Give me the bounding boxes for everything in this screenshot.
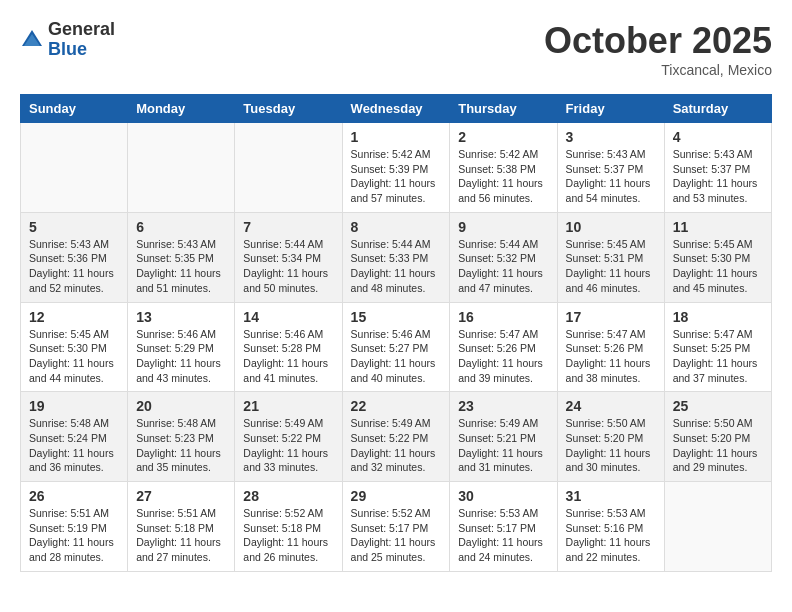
day-info: Sunrise: 5:43 AM Sunset: 5:36 PM Dayligh…	[29, 237, 119, 296]
day-number: 31	[566, 488, 656, 504]
calendar-day-cell: 29Sunrise: 5:52 AM Sunset: 5:17 PM Dayli…	[342, 482, 450, 572]
page-header: General Blue October 2025 Tixcancal, Mex…	[20, 20, 772, 78]
calendar-day-cell: 27Sunrise: 5:51 AM Sunset: 5:18 PM Dayli…	[128, 482, 235, 572]
day-info: Sunrise: 5:42 AM Sunset: 5:39 PM Dayligh…	[351, 147, 442, 206]
calendar-week-row: 19Sunrise: 5:48 AM Sunset: 5:24 PM Dayli…	[21, 392, 772, 482]
location: Tixcancal, Mexico	[544, 62, 772, 78]
calendar-day-cell: 24Sunrise: 5:50 AM Sunset: 5:20 PM Dayli…	[557, 392, 664, 482]
weekday-header-row: SundayMondayTuesdayWednesdayThursdayFrid…	[21, 95, 772, 123]
day-info: Sunrise: 5:44 AM Sunset: 5:34 PM Dayligh…	[243, 237, 333, 296]
weekday-header-thursday: Thursday	[450, 95, 557, 123]
day-number: 6	[136, 219, 226, 235]
day-number: 9	[458, 219, 548, 235]
day-info: Sunrise: 5:44 AM Sunset: 5:33 PM Dayligh…	[351, 237, 442, 296]
weekday-header-sunday: Sunday	[21, 95, 128, 123]
calendar-day-cell: 7Sunrise: 5:44 AM Sunset: 5:34 PM Daylig…	[235, 212, 342, 302]
day-number: 5	[29, 219, 119, 235]
day-info: Sunrise: 5:49 AM Sunset: 5:22 PM Dayligh…	[351, 416, 442, 475]
weekday-header-friday: Friday	[557, 95, 664, 123]
day-info: Sunrise: 5:45 AM Sunset: 5:31 PM Dayligh…	[566, 237, 656, 296]
day-info: Sunrise: 5:45 AM Sunset: 5:30 PM Dayligh…	[673, 237, 763, 296]
calendar-day-cell: 26Sunrise: 5:51 AM Sunset: 5:19 PM Dayli…	[21, 482, 128, 572]
calendar-day-cell: 15Sunrise: 5:46 AM Sunset: 5:27 PM Dayli…	[342, 302, 450, 392]
logo-icon	[20, 28, 44, 52]
calendar-day-cell: 14Sunrise: 5:46 AM Sunset: 5:28 PM Dayli…	[235, 302, 342, 392]
calendar-day-cell: 19Sunrise: 5:48 AM Sunset: 5:24 PM Dayli…	[21, 392, 128, 482]
day-info: Sunrise: 5:49 AM Sunset: 5:21 PM Dayligh…	[458, 416, 548, 475]
day-number: 21	[243, 398, 333, 414]
day-number: 7	[243, 219, 333, 235]
day-number: 24	[566, 398, 656, 414]
day-number: 8	[351, 219, 442, 235]
day-number: 25	[673, 398, 763, 414]
month-title: October 2025	[544, 20, 772, 62]
calendar-day-cell: 23Sunrise: 5:49 AM Sunset: 5:21 PM Dayli…	[450, 392, 557, 482]
weekday-header-monday: Monday	[128, 95, 235, 123]
day-number: 3	[566, 129, 656, 145]
logo: General Blue	[20, 20, 115, 60]
calendar-day-cell: 30Sunrise: 5:53 AM Sunset: 5:17 PM Dayli…	[450, 482, 557, 572]
calendar-day-cell	[664, 482, 771, 572]
day-info: Sunrise: 5:52 AM Sunset: 5:18 PM Dayligh…	[243, 506, 333, 565]
day-info: Sunrise: 5:46 AM Sunset: 5:29 PM Dayligh…	[136, 327, 226, 386]
day-info: Sunrise: 5:46 AM Sunset: 5:28 PM Dayligh…	[243, 327, 333, 386]
calendar-day-cell: 8Sunrise: 5:44 AM Sunset: 5:33 PM Daylig…	[342, 212, 450, 302]
day-info: Sunrise: 5:43 AM Sunset: 5:37 PM Dayligh…	[673, 147, 763, 206]
day-info: Sunrise: 5:43 AM Sunset: 5:37 PM Dayligh…	[566, 147, 656, 206]
day-number: 19	[29, 398, 119, 414]
day-number: 1	[351, 129, 442, 145]
calendar-day-cell: 31Sunrise: 5:53 AM Sunset: 5:16 PM Dayli…	[557, 482, 664, 572]
calendar-day-cell: 12Sunrise: 5:45 AM Sunset: 5:30 PM Dayli…	[21, 302, 128, 392]
calendar-day-cell: 2Sunrise: 5:42 AM Sunset: 5:38 PM Daylig…	[450, 123, 557, 213]
calendar-week-row: 5Sunrise: 5:43 AM Sunset: 5:36 PM Daylig…	[21, 212, 772, 302]
calendar-day-cell	[128, 123, 235, 213]
day-number: 15	[351, 309, 442, 325]
day-info: Sunrise: 5:51 AM Sunset: 5:18 PM Dayligh…	[136, 506, 226, 565]
calendar-day-cell: 25Sunrise: 5:50 AM Sunset: 5:20 PM Dayli…	[664, 392, 771, 482]
day-info: Sunrise: 5:46 AM Sunset: 5:27 PM Dayligh…	[351, 327, 442, 386]
day-info: Sunrise: 5:49 AM Sunset: 5:22 PM Dayligh…	[243, 416, 333, 475]
day-info: Sunrise: 5:48 AM Sunset: 5:23 PM Dayligh…	[136, 416, 226, 475]
day-info: Sunrise: 5:42 AM Sunset: 5:38 PM Dayligh…	[458, 147, 548, 206]
calendar-day-cell: 6Sunrise: 5:43 AM Sunset: 5:35 PM Daylig…	[128, 212, 235, 302]
day-info: Sunrise: 5:43 AM Sunset: 5:35 PM Dayligh…	[136, 237, 226, 296]
calendar-day-cell: 11Sunrise: 5:45 AM Sunset: 5:30 PM Dayli…	[664, 212, 771, 302]
day-info: Sunrise: 5:47 AM Sunset: 5:26 PM Dayligh…	[566, 327, 656, 386]
calendar-day-cell: 13Sunrise: 5:46 AM Sunset: 5:29 PM Dayli…	[128, 302, 235, 392]
calendar-table: SundayMondayTuesdayWednesdayThursdayFrid…	[20, 94, 772, 572]
day-info: Sunrise: 5:45 AM Sunset: 5:30 PM Dayligh…	[29, 327, 119, 386]
day-number: 20	[136, 398, 226, 414]
day-number: 17	[566, 309, 656, 325]
calendar-day-cell: 3Sunrise: 5:43 AM Sunset: 5:37 PM Daylig…	[557, 123, 664, 213]
calendar-day-cell: 9Sunrise: 5:44 AM Sunset: 5:32 PM Daylig…	[450, 212, 557, 302]
day-info: Sunrise: 5:51 AM Sunset: 5:19 PM Dayligh…	[29, 506, 119, 565]
day-number: 30	[458, 488, 548, 504]
weekday-header-saturday: Saturday	[664, 95, 771, 123]
calendar-week-row: 12Sunrise: 5:45 AM Sunset: 5:30 PM Dayli…	[21, 302, 772, 392]
calendar-week-row: 26Sunrise: 5:51 AM Sunset: 5:19 PM Dayli…	[21, 482, 772, 572]
logo-blue-text: Blue	[48, 40, 115, 60]
weekday-header-wednesday: Wednesday	[342, 95, 450, 123]
day-info: Sunrise: 5:53 AM Sunset: 5:17 PM Dayligh…	[458, 506, 548, 565]
calendar-day-cell: 22Sunrise: 5:49 AM Sunset: 5:22 PM Dayli…	[342, 392, 450, 482]
day-number: 27	[136, 488, 226, 504]
day-number: 29	[351, 488, 442, 504]
calendar-day-cell	[21, 123, 128, 213]
day-info: Sunrise: 5:47 AM Sunset: 5:25 PM Dayligh…	[673, 327, 763, 386]
calendar-day-cell: 20Sunrise: 5:48 AM Sunset: 5:23 PM Dayli…	[128, 392, 235, 482]
day-number: 11	[673, 219, 763, 235]
day-info: Sunrise: 5:48 AM Sunset: 5:24 PM Dayligh…	[29, 416, 119, 475]
day-info: Sunrise: 5:50 AM Sunset: 5:20 PM Dayligh…	[673, 416, 763, 475]
calendar-day-cell: 21Sunrise: 5:49 AM Sunset: 5:22 PM Dayli…	[235, 392, 342, 482]
day-number: 18	[673, 309, 763, 325]
weekday-header-tuesday: Tuesday	[235, 95, 342, 123]
day-number: 12	[29, 309, 119, 325]
day-number: 10	[566, 219, 656, 235]
calendar-day-cell: 16Sunrise: 5:47 AM Sunset: 5:26 PM Dayli…	[450, 302, 557, 392]
calendar-day-cell	[235, 123, 342, 213]
day-number: 28	[243, 488, 333, 504]
title-block: October 2025 Tixcancal, Mexico	[544, 20, 772, 78]
day-number: 16	[458, 309, 548, 325]
calendar-day-cell: 18Sunrise: 5:47 AM Sunset: 5:25 PM Dayli…	[664, 302, 771, 392]
calendar-day-cell: 5Sunrise: 5:43 AM Sunset: 5:36 PM Daylig…	[21, 212, 128, 302]
